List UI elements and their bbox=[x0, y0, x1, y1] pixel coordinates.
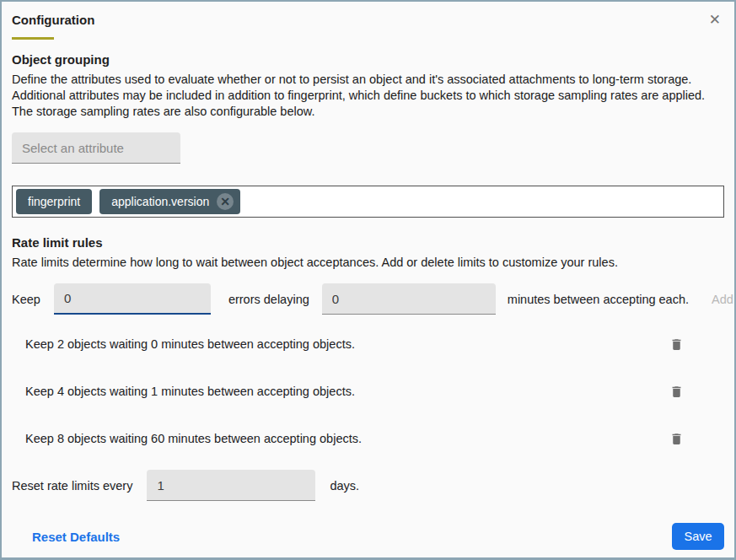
rate-limit-rule-row: Keep 4 objects waiting 1 minutes between… bbox=[12, 368, 724, 415]
close-icon[interactable]: ✕ bbox=[706, 11, 724, 29]
rate-limit-rules-description: Rate limits determine how long to wait b… bbox=[12, 255, 724, 271]
rate-limit-rules-list: Keep 2 objects waiting 0 minutes between… bbox=[12, 320, 724, 462]
rate-limit-rule-row: Keep 8 objects waiting 60 minutes betwee… bbox=[12, 415, 724, 462]
delete-rule-button[interactable] bbox=[668, 429, 685, 449]
object-grouping-description: Define the attributes used to evaluate w… bbox=[12, 72, 724, 120]
configuration-dialog: Configuration ✕ Object grouping Define t… bbox=[0, 0, 736, 560]
attribute-chip[interactable]: fingerprint bbox=[16, 189, 92, 214]
minutes-delay-input[interactable] bbox=[322, 283, 496, 315]
reset-defaults-button[interactable]: Reset Defaults bbox=[32, 530, 120, 544]
trash-icon bbox=[669, 337, 684, 353]
title-underline bbox=[12, 37, 54, 40]
delete-rule-button[interactable] bbox=[668, 382, 685, 401]
trash-icon bbox=[669, 431, 684, 447]
save-button[interactable]: Save bbox=[672, 523, 724, 550]
rule-text: Keep 8 objects waiting 60 minutes betwee… bbox=[12, 432, 362, 445]
delete-rule-button[interactable] bbox=[668, 335, 685, 354]
rate-limit-form-row: Keep errors delaying minutes between acc… bbox=[12, 283, 724, 315]
rate-limit-rule-row: Keep 2 objects waiting 0 minutes between… bbox=[12, 320, 724, 368]
errors-delaying-label: errors delaying bbox=[228, 293, 309, 306]
object-grouping-heading: Object grouping bbox=[12, 52, 724, 67]
rate-limit-rules-heading: Rate limit rules bbox=[12, 235, 724, 250]
keep-label: Keep bbox=[12, 293, 40, 306]
days-label: days. bbox=[330, 479, 359, 493]
dialog-header: Configuration ✕ bbox=[12, 2, 724, 29]
objects-count-input[interactable] bbox=[54, 283, 211, 315]
attribute-chip[interactable]: application.version ✕ bbox=[99, 189, 240, 214]
trash-icon bbox=[669, 384, 684, 400]
rule-text: Keep 2 objects waiting 0 minutes between… bbox=[12, 337, 355, 351]
rule-text: Keep 4 objects waiting 1 minutes between… bbox=[12, 385, 355, 398]
reset-days-input[interactable] bbox=[147, 470, 315, 501]
dialog-footer: Reset Defaults Save bbox=[12, 523, 724, 550]
page-title: Configuration bbox=[12, 13, 94, 27]
attribute-chip-label: application.version bbox=[111, 195, 209, 208]
selected-attributes-box: fingerprint application.version ✕ bbox=[12, 186, 724, 218]
chip-remove-icon[interactable]: ✕ bbox=[217, 193, 234, 210]
reset-rate-limits-row: Reset rate limits every days. bbox=[12, 470, 724, 501]
minutes-between-label: minutes between accepting each. bbox=[508, 293, 689, 306]
attribute-select-input[interactable] bbox=[12, 132, 180, 164]
reset-rate-limits-label: Reset rate limits every bbox=[12, 479, 132, 493]
attribute-chip-label: fingerprint bbox=[28, 195, 80, 208]
add-rule-button[interactable]: Add bbox=[712, 293, 733, 306]
